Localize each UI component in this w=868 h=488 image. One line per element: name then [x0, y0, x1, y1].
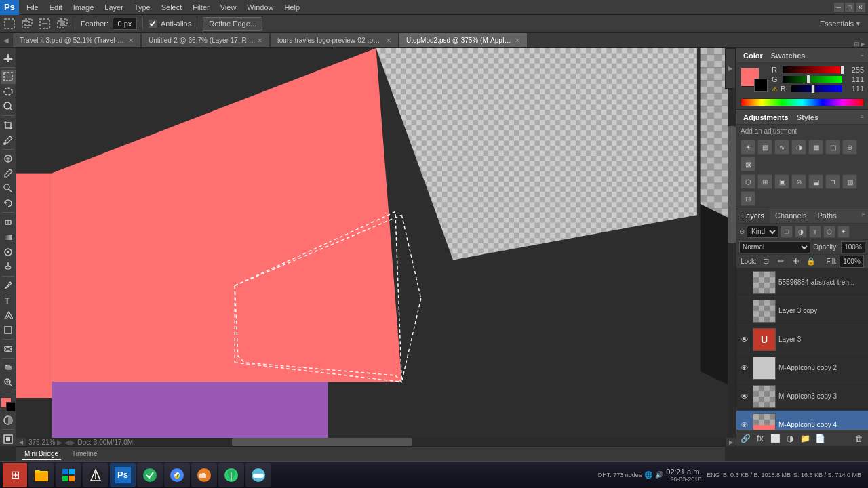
adj-hue-sat[interactable]: ◫: [825, 140, 840, 155]
tool-quick-select[interactable]: [1, 100, 16, 114]
opacity-input[interactable]: [841, 241, 865, 253]
tab-2-close[interactable]: ✕: [257, 37, 262, 44]
h-scrollbar-thumb[interactable]: [232, 438, 412, 446]
menu-select[interactable]: Select: [157, 2, 187, 13]
layer-item-3[interactable]: 👁 M-AppIcon3 copy 2: [736, 354, 868, 382]
menu-layer[interactable]: Layer: [100, 2, 128, 13]
filter-adj-icon[interactable]: ◑: [795, 226, 807, 238]
status-play-icon[interactable]: ▶: [57, 439, 62, 446]
filter-shape-icon[interactable]: ⬡: [823, 226, 835, 238]
tool-eyedropper[interactable]: [1, 133, 16, 147]
link-layers-btn[interactable]: 🔗: [739, 432, 751, 445]
tool-brush[interactable]: [1, 167, 16, 181]
scroll-left-btn[interactable]: ◀: [16, 438, 26, 446]
lock-position-icon[interactable]: ✙: [791, 256, 802, 267]
r-thumb[interactable]: [840, 65, 844, 75]
tab-4-close[interactable]: ✕: [515, 37, 520, 44]
tool-lasso[interactable]: [1, 85, 16, 99]
adj-bw[interactable]: ▩: [741, 157, 755, 171]
status-nav-icon[interactable]: ◀▶: [64, 439, 75, 446]
feather-input[interactable]: [113, 18, 137, 30]
color-tab[interactable]: Color: [741, 52, 766, 60]
layer-item-5[interactable]: 👁 M-AppIcon3 copy 4: [736, 411, 868, 430]
adj-brightness[interactable]: ☀: [741, 140, 755, 155]
tray-clock[interactable]: 02:21 a.m. 26-03-2018: [666, 468, 701, 483]
panels-toggle-icon[interactable]: ◀: [0, 33, 12, 47]
layer-vis-4[interactable]: 👁: [739, 391, 750, 402]
refine-edge-button[interactable]: Refine Edge...: [203, 17, 262, 30]
menu-filter[interactable]: Filter: [188, 2, 214, 13]
fill-input[interactable]: [840, 256, 864, 268]
tool-clone-stamp[interactable]: [1, 182, 16, 196]
layers-panel-menu[interactable]: ≡: [859, 209, 868, 223]
color-swatches[interactable]: [1, 397, 16, 411]
tool-healing[interactable]: [1, 152, 16, 166]
styles-tab[interactable]: Styles: [794, 113, 821, 121]
layer-kind-select[interactable]: Kind: [747, 226, 778, 238]
file-explorer-app[interactable]: [28, 463, 54, 487]
color-panel-menu[interactable]: ≡: [861, 52, 864, 58]
adj-color-balance[interactable]: ⊕: [842, 140, 857, 155]
layer-item-4[interactable]: 👁 M-AppIcon3 copy 3: [736, 382, 868, 411]
tool-quick-mask[interactable]: [1, 413, 16, 428]
adj-exposure[interactable]: ◑: [791, 140, 806, 155]
menu-file[interactable]: File: [22, 2, 43, 13]
menu-edit[interactable]: Edit: [45, 2, 67, 13]
tool-crop[interactable]: [1, 118, 16, 132]
tool-3d-rotate[interactable]: [1, 342, 16, 356]
tool-path-select[interactable]: [1, 308, 16, 323]
lock-all-icon[interactable]: 🔒: [806, 256, 816, 267]
adj-posterize[interactable]: ⬓: [808, 174, 823, 189]
tool-type[interactable]: T: [1, 293, 16, 308]
menu-type[interactable]: Type: [130, 2, 155, 13]
adj-invert[interactable]: ⊘: [791, 174, 806, 189]
new-selection-icon[interactable]: [3, 17, 16, 30]
layer-vis-0[interactable]: 👁: [739, 277, 750, 288]
timeline-tab[interactable]: Timeline: [69, 449, 100, 459]
subtract-selection-icon[interactable]: [38, 17, 52, 30]
background-color[interactable]: [6, 402, 16, 411]
layer-vis-2[interactable]: 👁: [739, 334, 750, 345]
minimize-button[interactable]: ─: [834, 3, 844, 12]
close-button[interactable]: ✕: [856, 3, 865, 12]
anti-alias-checkbox[interactable]: [149, 20, 157, 28]
vertical-scrollbar[interactable]: [728, 48, 736, 438]
tab-2[interactable]: Untitled-2 @ 66,7% (Layer 17, RGB/... ✕: [141, 33, 270, 47]
tool-zoom[interactable]: [1, 375, 16, 390]
channels-tab[interactable]: Channels: [770, 209, 812, 223]
green2-app[interactable]: [218, 463, 244, 487]
tray-volume-icon[interactable]: 🔊: [655, 471, 663, 479]
menu-window[interactable]: Window: [242, 2, 278, 13]
filter-type-icon[interactable]: T: [809, 226, 821, 238]
tool-move[interactable]: [1, 51, 16, 65]
adj-selective-color[interactable]: ⊡: [741, 191, 755, 206]
layer-vis-3[interactable]: 👁: [739, 363, 750, 373]
tool-hand[interactable]: [1, 361, 16, 375]
mini-bridge-tab[interactable]: Mini Bridge: [22, 449, 61, 460]
tool-history-brush[interactable]: [1, 197, 16, 211]
tab-1-close[interactable]: ✕: [128, 37, 134, 44]
lock-brush-icon[interactable]: ✏: [776, 256, 787, 267]
tool-screen-mode[interactable]: [1, 432, 16, 446]
tool-marquee[interactable]: [1, 70, 16, 84]
adj-threshold[interactable]: ⊓: [825, 174, 840, 189]
delete-layer-btn[interactable]: 🗑: [853, 432, 865, 445]
tool-pen[interactable]: [1, 279, 16, 293]
tool-eraser[interactable]: [1, 215, 16, 229]
tray-network-icon[interactable]: 🌐: [644, 471, 652, 479]
swatches-tab[interactable]: Swatches: [768, 52, 808, 60]
layer-item-1[interactable]: 👁 Layer 3 copy: [736, 297, 868, 325]
blend-mode-select[interactable]: Normal: [739, 241, 810, 253]
chrome-app[interactable]: [164, 463, 190, 487]
add-style-btn[interactable]: fx: [754, 432, 766, 445]
layer-vis-1[interactable]: 👁: [739, 306, 750, 317]
tool-blur[interactable]: [1, 245, 16, 259]
tool-shape[interactable]: [1, 323, 16, 337]
layer-item-0[interactable]: 👁 55596884-abstract-tren...: [736, 268, 868, 297]
tab-3-close[interactable]: ✕: [386, 37, 391, 44]
tab-4[interactable]: UtopMod2.psd @ 375% (M-AppIcon3 copy 4, …: [399, 33, 528, 47]
blue-app[interactable]: [245, 463, 271, 487]
start-menu-app[interactable]: [56, 463, 81, 487]
adj-gradient-map[interactable]: ▥: [842, 174, 857, 189]
adj-channel-mixer[interactable]: ⊞: [757, 174, 772, 189]
